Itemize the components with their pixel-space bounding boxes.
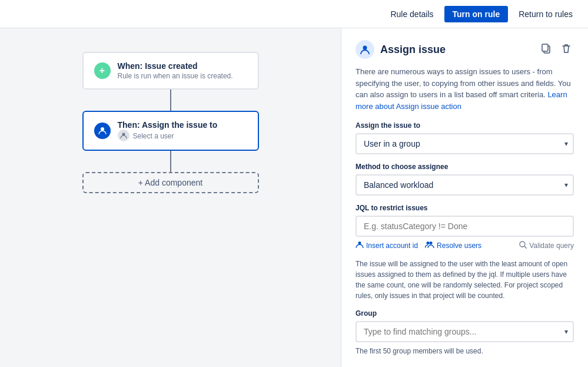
action-icon <box>94 123 111 139</box>
trigger-card[interactable]: + When: Issue created Rule is run when a… <box>82 52 259 90</box>
panel-description: There are numerous ways to assign issues… <box>356 66 574 112</box>
panel-actions <box>539 42 574 58</box>
group-label: Group <box>356 309 574 318</box>
delete-panel-button[interactable] <box>559 42 574 58</box>
turn-on-rule-button[interactable]: Turn on rule <box>444 6 509 22</box>
group-field-group: Group ▾ The first 50 group members will … <box>356 309 574 356</box>
panel-header: Assign issue <box>356 40 574 59</box>
assign-issue-icon <box>356 40 374 59</box>
jql-input[interactable] <box>356 216 574 237</box>
connector-line-2 <box>170 151 171 172</box>
jql-actions: Insert account id Resolve users <box>356 240 574 250</box>
svg-point-0 <box>101 127 104 131</box>
insert-account-button[interactable]: Insert account id <box>356 240 418 250</box>
group-select-wrapper: ▾ <box>356 321 574 342</box>
trigger-title: When: Issue created <box>118 61 233 71</box>
validate-icon <box>519 241 527 250</box>
action-title: Then: Assign the issue to <box>118 120 218 130</box>
method-select[interactable]: Balanced workload Random Round robin <box>356 174 574 196</box>
group-input[interactable] <box>356 321 574 342</box>
action-card-text: Then: Assign the issue to Select a user <box>118 120 218 141</box>
method-select-wrapper: Balanced workload Random Round robin ▾ <box>356 174 574 196</box>
right-panel: Assign issue <box>341 28 588 367</box>
trigger-icon: + <box>94 62 111 79</box>
insert-account-icon <box>356 240 364 250</box>
copy-panel-button[interactable] <box>539 42 554 58</box>
assign-label: Assign the issue to <box>356 121 574 130</box>
trigger-card-text: When: Issue created Rule is run when an … <box>118 61 233 80</box>
resolve-users-icon <box>425 240 434 250</box>
svg-point-2 <box>363 46 367 50</box>
assign-select-wrapper: User in a group Specific user Current us… <box>356 133 574 154</box>
action-subtitle-row: Select a user <box>118 130 218 141</box>
return-to-rules-button[interactable]: Return to rules <box>513 6 579 22</box>
main-layout: + When: Issue created Rule is run when a… <box>0 28 588 367</box>
jql-label: JQL to restrict issues <box>356 204 574 212</box>
jql-field-group: JQL to restrict issues Insert account id <box>356 204 574 250</box>
panel-title: Assign issue <box>380 44 446 56</box>
right-panel-content: Assign issue <box>341 28 588 367</box>
resolve-users-button[interactable]: Resolve users <box>425 240 481 250</box>
svg-point-5 <box>358 242 361 244</box>
validate-query-button[interactable]: Validate query <box>519 240 574 250</box>
add-component-button[interactable]: + Add component <box>82 172 259 193</box>
svg-rect-4 <box>542 44 548 51</box>
method-field-group: Method to choose assignee Balanced workl… <box>356 163 574 196</box>
user-avatar <box>118 130 129 141</box>
rule-details-link[interactable]: Rule details <box>384 6 439 22</box>
connector-line <box>170 90 171 111</box>
method-label: Method to choose assignee <box>356 163 574 171</box>
assign-select[interactable]: User in a group Specific user Current us… <box>356 133 574 154</box>
svg-point-7 <box>430 242 433 244</box>
svg-line-9 <box>524 246 527 249</box>
assign-to-field-group: Assign the issue to User in a group Spec… <box>356 121 574 154</box>
trigger-subtitle: Rule is run when an issue is created. <box>118 72 233 80</box>
panel-title-row: Assign issue <box>356 40 446 59</box>
group-note: The first 50 group members will be used. <box>356 346 574 356</box>
svg-point-6 <box>427 242 430 244</box>
action-subtitle: Select a user <box>133 132 174 140</box>
action-card[interactable]: Then: Assign the issue to Select a user <box>82 111 259 151</box>
top-bar: Rule details Turn on rule Return to rule… <box>0 0 588 28</box>
left-panel: + When: Issue created Rule is run when a… <box>0 28 341 367</box>
workload-description: The issue will be assigned to the user w… <box>356 259 574 301</box>
